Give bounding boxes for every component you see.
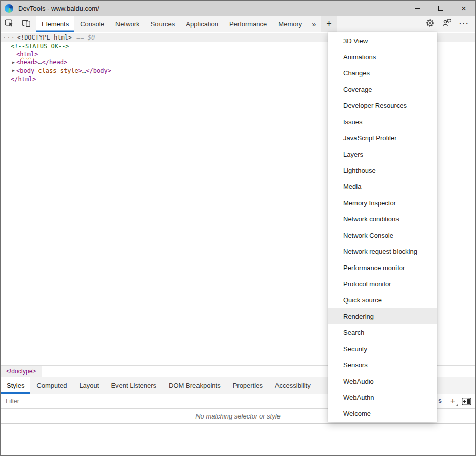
tab-performance[interactable]: Performance (224, 16, 272, 32)
tab-network[interactable]: Network (110, 16, 145, 32)
window-title: DevTools - www.baidu.com/ (18, 5, 99, 12)
minimize-button[interactable] (406, 1, 429, 16)
comment-text: <!--STATUS OK--> (11, 43, 69, 50)
maximize-icon (438, 6, 443, 11)
html-open-bracket: < (16, 51, 20, 58)
menu-item-quick-source[interactable]: Quick source (328, 292, 437, 308)
feedback-person-icon (442, 19, 452, 29)
head-open-tag: <head> (16, 59, 38, 66)
close-button[interactable]: × (452, 1, 475, 16)
tab-layout[interactable]: Layout (73, 377, 105, 394)
close-icon: × (461, 4, 466, 13)
tab-properties[interactable]: Properties (227, 377, 269, 394)
more-tabs-button[interactable]: » (307, 16, 321, 32)
minimize-icon (415, 8, 420, 9)
menu-item-network-console[interactable]: Network Console (328, 227, 437, 243)
menu-item-performance-monitor[interactable]: Performance monitor (328, 259, 437, 276)
edge-logo-icon (5, 4, 13, 13)
menu-item-search[interactable]: Search (328, 324, 437, 340)
menu-item-network-request-blocking[interactable]: Network request blocking (328, 243, 437, 259)
ellipsis-icon: ··· (459, 20, 469, 28)
body-attributes: class style (34, 67, 78, 74)
toolbar-right-controls: ··· (426, 16, 475, 32)
body-open-tag: <body (16, 67, 34, 74)
tab-dom-breakpoints[interactable]: DOM Breakpoints (163, 377, 227, 394)
menu-item-security[interactable]: Security (328, 340, 437, 357)
menu-item-webaudio[interactable]: WebAudio (328, 373, 437, 389)
body-open-bracket: > (78, 67, 82, 74)
title-bar: DevTools - www.baidu.com/ × (1, 1, 475, 16)
inspect-element-button[interactable] (1, 16, 18, 32)
inspect-cursor-icon (5, 19, 14, 29)
overflow-dots: ··· (1, 34, 17, 41)
more-options-button[interactable]: ··· (459, 20, 469, 28)
head-close-tag: </head> (42, 59, 68, 66)
menu-item-media[interactable]: Media (328, 178, 437, 195)
html-close-tag: </html> (11, 75, 36, 83)
doctype-text: <!DOCTYPE html> (17, 34, 72, 41)
menu-item-javascript-profiler[interactable]: JavaScript Profiler (328, 130, 437, 146)
double-chevron-icon: » (312, 20, 316, 28)
new-style-rule-button[interactable]: + (447, 395, 458, 407)
menu-item-sensors[interactable]: Sensors (328, 357, 437, 373)
tab-event-listeners[interactable]: Event Listeners (105, 377, 163, 394)
body-close-tag: </body> (86, 67, 111, 74)
empty-styles-message: No matching selector or style (195, 412, 281, 420)
tab-console[interactable]: Console (74, 16, 110, 32)
styles-filter-input[interactable] (1, 398, 152, 405)
device-toolbar-button[interactable] (18, 16, 35, 32)
menu-item-webauthn[interactable]: WebAuthn (328, 389, 437, 405)
tab-elements[interactable]: Elements (36, 16, 74, 32)
breadcrumb-item-doctype[interactable]: <!doctype> (1, 366, 42, 377)
bottom-filler (1, 424, 475, 455)
devtools-toolbar: Elements Console Network Sources Applica… (1, 16, 475, 32)
menu-item-developer-resources[interactable]: Developer Resources (328, 97, 437, 113)
device-toolbar-icon (21, 19, 31, 29)
html-tag-name: html (20, 51, 34, 58)
menu-item-protocol-monitor[interactable]: Protocol monitor (328, 276, 437, 292)
menu-item-lighthouse[interactable]: Lighthouse (328, 162, 437, 178)
devtools-window: DevTools - www.baidu.com/ × (0, 0, 476, 456)
tab-computed[interactable]: Computed (30, 377, 73, 394)
menu-item-layers[interactable]: Layers (328, 146, 437, 162)
maximize-button[interactable] (429, 1, 452, 16)
more-tools-button[interactable]: + (321, 16, 337, 32)
menu-item-welcome[interactable]: Welcome (328, 405, 437, 422)
cls-button-fragment[interactable]: s (438, 397, 442, 404)
html-close-bracket: > (34, 51, 38, 58)
tab-styles[interactable]: Styles (1, 377, 30, 394)
tab-application[interactable]: Application (180, 16, 224, 32)
panel-tabs: Elements Console Network Sources Applica… (36, 16, 307, 32)
selected-node-hint: == $0 (76, 34, 95, 41)
plus-icon: + (450, 396, 456, 407)
tab-memory[interactable]: Memory (272, 16, 307, 32)
tab-sources[interactable]: Sources (145, 16, 181, 32)
settings-button[interactable] (426, 19, 434, 29)
menu-item-issues[interactable]: Issues (328, 113, 437, 130)
feedback-button[interactable] (442, 19, 452, 29)
menu-item-changes[interactable]: Changes (328, 65, 437, 81)
menu-item-network-conditions[interactable]: Network conditions (328, 211, 437, 227)
tab-accessibility[interactable]: Accessibility (269, 377, 317, 394)
menu-item-rendering[interactable]: Rendering (328, 308, 437, 324)
collapsed-ellipsis: … (82, 67, 86, 74)
gear-icon (426, 19, 434, 29)
computed-sidebar-toggle-button[interactable] (462, 398, 471, 407)
more-tools-menu: 3D View Animations Changes Coverage Deve… (328, 32, 437, 422)
expand-chevron-icon[interactable]: ▶ (11, 68, 16, 73)
menu-item-animations[interactable]: Animations (328, 49, 437, 65)
sidebar-panel-icon (462, 398, 471, 407)
expand-chevron-icon[interactable]: ▶ (11, 60, 16, 65)
window-controls: × (406, 1, 475, 16)
collapsed-ellipsis: … (38, 59, 42, 66)
menu-item-memory-inspector[interactable]: Memory Inspector (328, 195, 437, 211)
menu-item-3d-view[interactable]: 3D View (328, 32, 437, 49)
plus-icon: + (326, 19, 332, 29)
menu-item-coverage[interactable]: Coverage (328, 81, 437, 97)
